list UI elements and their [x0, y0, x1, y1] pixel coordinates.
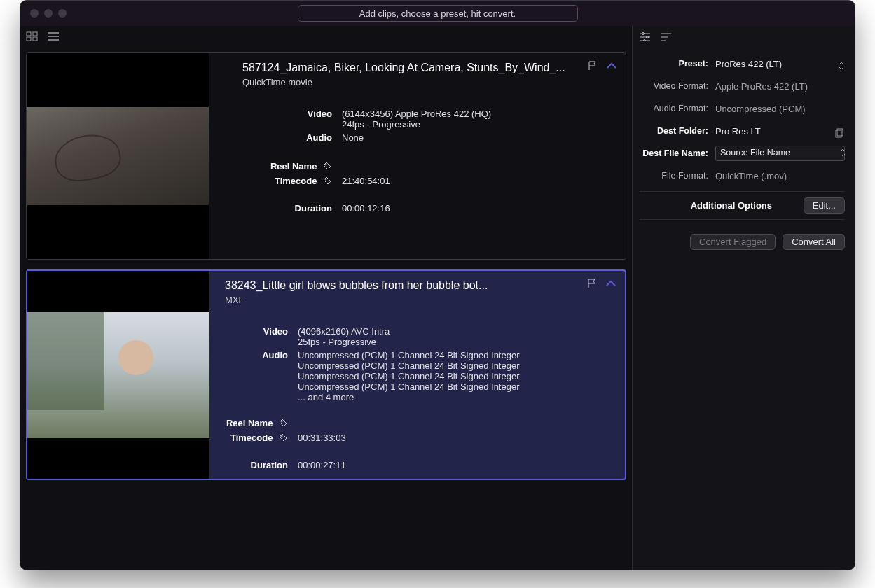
value-video: (4096x2160) AVC Intra 25fps - Progressiv…: [298, 326, 590, 347]
clips-pane: 587124_Jamaica, Biker, Looking At Camera…: [20, 26, 633, 570]
value-file-format: QuickTime (.mov): [715, 171, 845, 181]
chevron-updown-icon: [838, 61, 845, 73]
value-video-format: Apple ProRes 422 (LT): [715, 81, 845, 92]
preset-select[interactable]: ProRes 422 (LT): [715, 59, 845, 69]
clip-card[interactable]: 38243_Little girl blows bubbles from her…: [26, 270, 626, 480]
thumbnail-image: [27, 312, 209, 438]
content-split: 587124_Jamaica, Biker, Looking At Camera…: [20, 26, 855, 570]
label-reel-name: Reel Name: [242, 161, 332, 173]
dest-file-name-field[interactable]: Source File Name: [715, 146, 845, 161]
settings-pane: Preset: ProRes 422 (LT) Video Format: Ap…: [633, 26, 855, 570]
flag-icon[interactable]: [587, 278, 598, 289]
value-timecode: 21:40:54:01: [342, 176, 591, 188]
tag-icon: [278, 418, 288, 430]
label-reel-name: Reel Name: [225, 418, 288, 430]
hint-banner[interactable]: Add clips, choose a preset, hit convert.: [298, 5, 578, 22]
label-video: Video: [225, 326, 288, 347]
value-audio: None: [342, 132, 591, 143]
label-audio: Audio: [242, 132, 332, 143]
collapse-icon[interactable]: [605, 278, 616, 289]
settings-form: Preset: ProRes 422 (LT) Video Format: Ap…: [633, 46, 855, 250]
clip-title: 38243_Little girl blows bubbles from her…: [225, 279, 561, 292]
label-audio-format: Audio Format:: [640, 104, 715, 113]
copy-icon[interactable]: [835, 128, 845, 140]
svg-rect-0: [27, 32, 31, 36]
svg-point-7: [325, 164, 326, 165]
dest-folder-value[interactable]: Pro Res LT: [715, 126, 845, 136]
clips-toolbar: [20, 26, 632, 46]
collapse-icon[interactable]: [606, 60, 617, 71]
svg-point-8: [325, 178, 326, 180]
svg-point-10: [281, 435, 282, 437]
clip-metadata: 38243_Little girl blows bubbles from her…: [209, 271, 625, 479]
value-audio: Uncompressed (PCM) 1 Channel 24 Bit Sign…: [298, 350, 590, 402]
thumbnail-image: [27, 107, 209, 205]
clip-metadata: 587124_Jamaica, Biker, Looking At Camera…: [209, 53, 626, 259]
svg-point-9: [281, 421, 282, 422]
svg-rect-3: [33, 37, 37, 41]
clip-card[interactable]: 587124_Jamaica, Biker, Looking At Camera…: [26, 52, 626, 260]
label-dest-folder: Dest Folder:: [640, 126, 715, 136]
additional-options-row: Additional Options Edit...: [640, 191, 845, 220]
tag-icon: [278, 433, 288, 444]
label-timecode: Timecode: [225, 433, 288, 444]
value-duration: 00:00:12:16: [342, 203, 591, 214]
value-video: (6144x3456) Apple ProRes 422 (HQ) 24fps …: [342, 108, 591, 130]
zoom-window-button[interactable]: [58, 9, 67, 18]
minimize-window-button[interactable]: [44, 9, 53, 18]
window-controls: [20, 9, 67, 18]
label-video-format: Video Format:: [640, 81, 715, 91]
value-audio-format: Uncompressed (PCM): [715, 104, 845, 114]
edit-button[interactable]: Edit...: [804, 197, 845, 214]
clip-container-type: MXF: [225, 295, 590, 305]
clip-thumbnail[interactable]: [27, 271, 209, 479]
convert-flagged-button[interactable]: Convert Flagged: [690, 234, 776, 250]
convert-all-button[interactable]: Convert All: [783, 234, 845, 250]
label-timecode: Timecode: [242, 176, 332, 188]
svg-rect-1: [33, 32, 37, 36]
tag-icon: [322, 176, 332, 188]
settings-toolbar: [633, 26, 855, 46]
value-reel-name: [298, 418, 590, 430]
svg-rect-2: [27, 37, 31, 41]
close-window-button[interactable]: [30, 9, 39, 18]
value-timecode: 00:31:33:03: [298, 433, 590, 444]
value-reel-name: [342, 161, 591, 173]
list-view-button[interactable]: [46, 30, 61, 43]
titlebar: Add clips, choose a preset, hit convert.: [20, 1, 855, 26]
chevron-updown-icon: [839, 148, 846, 160]
label-file-format: File Format:: [640, 171, 715, 181]
additional-options-label: Additional Options: [640, 200, 795, 211]
label-audio: Audio: [225, 350, 288, 402]
sliders-icon[interactable]: [638, 30, 652, 43]
flag-icon[interactable]: [588, 60, 599, 71]
label-duration: Duration: [242, 203, 332, 214]
clips-list: 587124_Jamaica, Biker, Looking At Camera…: [20, 46, 632, 570]
tag-icon: [322, 161, 332, 173]
clip-thumbnail[interactable]: [27, 53, 209, 259]
hint-text: Add clips, choose a preset, hit convert.: [359, 8, 516, 19]
clip-title: 587124_Jamaica, Biker, Looking At Camera…: [242, 62, 579, 74]
label-preset: Preset:: [640, 59, 715, 69]
grid-view-button[interactable]: [25, 30, 40, 43]
label-video: Video: [242, 108, 332, 130]
clip-container-type: QuickTime movie: [242, 77, 591, 88]
label-dest-file-name: Dest File Name:: [640, 148, 715, 158]
label-duration: Duration: [225, 460, 288, 470]
app-window: Add clips, choose a preset, hit convert.: [20, 0, 855, 570]
value-duration: 00:00:27:11: [298, 460, 590, 470]
action-buttons: Convert Flagged Convert All: [640, 220, 845, 250]
sort-icon[interactable]: [659, 30, 673, 43]
